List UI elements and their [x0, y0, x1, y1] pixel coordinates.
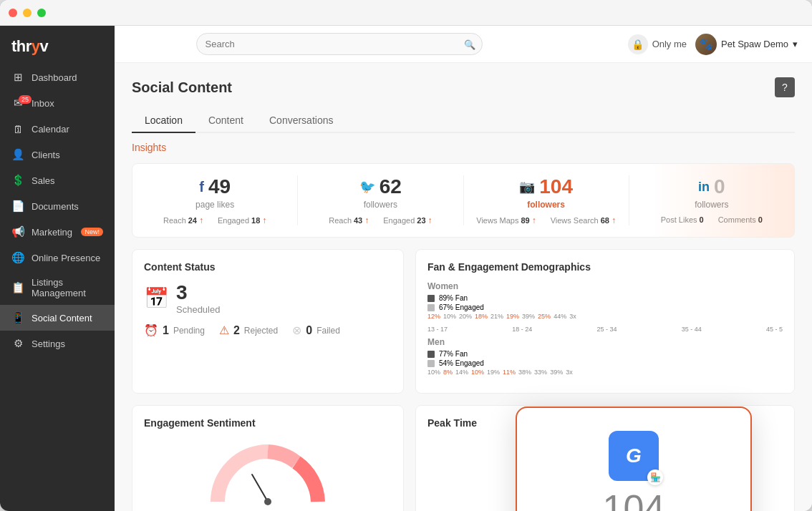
- sidebar-item-listings[interactable]: 📋 Listings Management: [0, 271, 115, 305]
- sidebar-item-clients[interactable]: 👤 Clients: [0, 142, 115, 167]
- facebook-count: f 49: [199, 175, 231, 198]
- failed-icon: ⊗: [292, 323, 301, 337]
- sidebar-label-inbox: Inbox: [32, 98, 54, 109]
- minimize-btn[interactable]: [23, 9, 32, 17]
- gmb-icon: G 🏪: [609, 431, 659, 481]
- sidebar-item-online-presence[interactable]: 🌐 Online Presence: [0, 245, 115, 271]
- tab-content[interactable]: Content: [195, 109, 256, 133]
- content-status-panel: Content Status 📅 3 Scheduled ⏰: [132, 249, 404, 394]
- tabs: Location Content Conversations: [132, 109, 795, 133]
- sidebar-label-clients: Clients: [32, 150, 60, 160]
- sidebar-label-dashboard: Dashboard: [32, 72, 77, 83]
- instagram-views-maps: Views Maps 89 ↑: [476, 215, 536, 225]
- instagram-views-search: Views Search 68 ↑: [551, 215, 616, 225]
- rejected-icon: ⚠: [219, 323, 229, 337]
- fan-legend-dark: [427, 295, 435, 302]
- topbar: 🔍 🔒 Only me 🐾 Pet Spaw Demo ▾: [115, 26, 812, 63]
- topbar-right: 🔒 Only me 🐾 Pet Spaw Demo ▾: [628, 34, 798, 55]
- sidebar-item-settings[interactable]: ⚙ Settings: [0, 331, 115, 356]
- sidebar-item-marketing[interactable]: 📢 Marketing New!: [0, 219, 115, 245]
- sidebar-label-social-content: Social Content: [32, 313, 92, 323]
- help-button[interactable]: ?: [775, 77, 795, 97]
- marketing-new-badge: New!: [81, 228, 103, 236]
- app-window: thryv ⊞ Dashboard ✉ Inbox 25 🗓 Calendar …: [0, 0, 812, 511]
- gmb-popup: G 🏪 104 followers Views Maps 89 ↑: [516, 407, 752, 511]
- facebook-reach: Reach 24 ↑: [163, 215, 203, 225]
- gauge-svg: [203, 437, 332, 509]
- marketing-icon: 📢: [11, 225, 24, 238]
- titlebar: [0, 0, 812, 26]
- calendar-scheduled-icon: 📅: [144, 286, 169, 310]
- user-label: Pet Spaw Demo: [721, 39, 788, 49]
- insights-link[interactable]: Insights: [132, 142, 795, 153]
- fan-legend-light: [427, 304, 435, 311]
- facebook-engaged: Engaged 18 ↑: [218, 215, 266, 225]
- sidebar-label-sales: Sales: [32, 175, 55, 186]
- sidebar-label-calendar: Calendar: [32, 124, 69, 135]
- sidebar-item-documents[interactable]: 📄 Documents: [0, 193, 115, 219]
- twitter-label: followers: [364, 200, 397, 210]
- listings-icon: 📋: [11, 281, 24, 294]
- men-fan-legend: [427, 351, 435, 358]
- social-content-icon: 📱: [11, 311, 24, 324]
- sales-icon: 💲: [11, 174, 24, 187]
- svg-point-1: [264, 498, 271, 505]
- store-badge: 🏪: [647, 469, 663, 485]
- stat-twitter: 🐦 62 followers Reach 43 ↑ Engaged 23 ↑: [298, 175, 463, 225]
- status-items: ⏰ 1 Pending ⚠ 2 Rejected: [144, 323, 392, 337]
- sidebar-item-inbox[interactable]: ✉ Inbox 25: [0, 90, 115, 116]
- facebook-label: page likes: [195, 200, 234, 210]
- sentiment-title: Engagement Sentiment: [144, 417, 392, 429]
- only-me-label: Only me: [652, 39, 687, 49]
- avatar: 🐾: [695, 34, 717, 55]
- settings-icon: ⚙: [11, 337, 24, 350]
- instagram-count: 📷 104: [519, 175, 573, 198]
- women-row: Women 89% Fan 67% Engaged: [427, 281, 783, 320]
- sidebar-item-dashboard[interactable]: ⊞ Dashboard: [0, 64, 115, 90]
- search-wrapper: 🔍: [196, 33, 483, 55]
- logo: thryv: [0, 26, 115, 64]
- linkedin-comments: Comments 0: [718, 215, 763, 224]
- age-groups-label: 13 - 1718 - 2425 - 3435 - 4445 - 5: [427, 326, 783, 333]
- tab-location[interactable]: Location: [132, 109, 195, 133]
- stats-row: f 49 page likes Reach 24 ↑ Engaged 18 ↑ …: [132, 163, 795, 238]
- sidebar-label-online-presence: Online Presence: [32, 253, 100, 263]
- sidebar-label-listings: Listings Management: [32, 277, 103, 298]
- clients-icon: 👤: [11, 148, 24, 161]
- sidebar: thryv ⊞ Dashboard ✉ Inbox 25 🗓 Calendar …: [0, 26, 115, 511]
- stat-facebook: f 49 page likes Reach 24 ↑ Engaged 18 ↑: [132, 175, 298, 225]
- women-bar-values: 12%10%20%18%21%19%39%25%44%3x: [427, 313, 783, 320]
- men-engaged-legend: [427, 360, 435, 367]
- main-area: 🔍 🔒 Only me 🐾 Pet Spaw Demo ▾: [115, 26, 812, 511]
- stat-instagram: 📷 104 followers Views Maps 89 ↑ Views Se…: [464, 175, 629, 225]
- user-menu[interactable]: 🐾 Pet Spaw Demo ▾: [695, 34, 798, 55]
- sidebar-item-sales[interactable]: 💲 Sales: [0, 167, 115, 193]
- close-btn[interactable]: [9, 9, 17, 17]
- twitter-count: 🐦 62: [359, 175, 402, 198]
- content-status-title: Content Status: [144, 261, 392, 273]
- stat-linkedin: in 0 followers Post Likes 0 Comments 0: [629, 175, 794, 225]
- sidebar-label-settings: Settings: [32, 339, 65, 349]
- tab-conversations[interactable]: Conversations: [256, 109, 347, 133]
- sidebar-label-marketing: Marketing: [32, 227, 72, 238]
- page-title: Social Content: [132, 79, 232, 96]
- failed-status: ⊗ 0 Failed: [292, 323, 340, 337]
- rejected-status: ⚠ 2 Rejected: [219, 323, 278, 337]
- dashboard-icon: ⊞: [11, 71, 24, 84]
- sidebar-item-social-content[interactable]: 📱 Social Content: [0, 305, 115, 331]
- documents-icon: 📄: [11, 200, 24, 213]
- online-presence-icon: 🌐: [11, 251, 24, 264]
- men-bar-values: 10%8%14%10%19%11%38%33%39%3x: [427, 369, 783, 376]
- only-me-button[interactable]: 🔒 Only me: [628, 34, 687, 54]
- inbox-badge: 25: [19, 95, 32, 104]
- linkedin-label: followers: [695, 200, 728, 210]
- scheduled-row: 📅 3 Scheduled: [144, 281, 392, 315]
- men-row: Men 77% Fan 54% Engaged: [427, 337, 783, 376]
- gauge-container: [144, 437, 392, 509]
- search-input[interactable]: [196, 33, 483, 55]
- sidebar-item-calendar[interactable]: 🗓 Calendar: [0, 116, 115, 142]
- chevron-down-icon: ▾: [793, 39, 798, 49]
- maximize-btn[interactable]: [37, 9, 46, 17]
- sidebar-nav: ⊞ Dashboard ✉ Inbox 25 🗓 Calendar 👤 Clie…: [0, 64, 115, 511]
- content-area: Social Content ? Location Content Conver…: [115, 63, 812, 511]
